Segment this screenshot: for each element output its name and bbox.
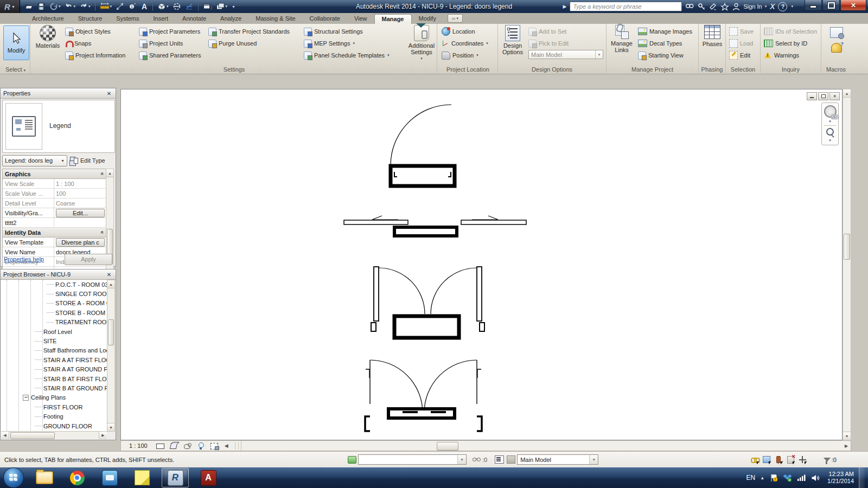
show-hidden-icons-button[interactable]: ▲ xyxy=(760,476,764,480)
taskbar-media-app-button[interactable] xyxy=(97,468,123,487)
minimize-button[interactable] xyxy=(805,0,822,11)
detail-level-icon[interactable] xyxy=(156,442,165,450)
editing-requests-icon[interactable] xyxy=(471,455,482,465)
exchange-apps-icon[interactable]: X xyxy=(770,2,775,11)
canvas-horizontal-scrollbar[interactable]: ▶ xyxy=(241,441,851,451)
browser-item-footing[interactable]: Footing xyxy=(1,412,107,421)
tab-manage[interactable]: Manage xyxy=(374,14,412,24)
taskbar-sticky-notes-button[interactable] xyxy=(129,468,155,487)
property-button-visibility-gra[interactable]: Edit... xyxy=(56,209,105,217)
select-pinned-icon[interactable] xyxy=(773,455,784,465)
decal-types-button[interactable]: Decal Types xyxy=(638,38,682,49)
property-button-view-template[interactable]: Diverse plan c xyxy=(56,238,105,247)
close-hidden-windows-button[interactable]: ✕ xyxy=(201,1,214,12)
door-symbol-double-sliding[interactable] xyxy=(344,216,526,236)
splitter-grip[interactable] xyxy=(235,442,239,450)
default-3d-view-button[interactable]: ▾ xyxy=(156,1,170,12)
select-by-id-button[interactable]: Select by ID xyxy=(764,38,807,49)
panel-schedule-templates-button[interactable]: Panel Schedule Templates▾ xyxy=(304,50,390,61)
scrollbar-thumb[interactable] xyxy=(844,234,850,260)
tab-analyze[interactable]: Analyze xyxy=(213,14,248,24)
select-underlay-icon[interactable] xyxy=(761,455,772,465)
view-scale-button[interactable]: 1 : 100 xyxy=(125,441,151,450)
position-button[interactable]: Position▾ xyxy=(442,50,478,61)
browser-item-staff-bathrooms-and-lock[interactable]: Staff Bathrooms and Lock xyxy=(1,346,107,355)
search-input[interactable] xyxy=(570,2,682,11)
browser-horizontal-scrollbar[interactable]: ◀ ▶ xyxy=(1,431,107,439)
scroll-up-icon[interactable]: ▲ xyxy=(107,280,114,288)
select-by-face-icon[interactable] xyxy=(785,455,796,465)
browser-item-treatment-room[interactable]: TREATMENT ROOM - xyxy=(1,318,107,327)
scroll-down-icon[interactable]: ▼ xyxy=(107,423,114,431)
property-value[interactable]: 1 : 100 xyxy=(54,181,106,187)
tab-annotate[interactable]: Annotate xyxy=(175,14,213,24)
shared-parameters-button[interactable]: Shared Parameters xyxy=(139,50,201,61)
communication-center-icon[interactable] xyxy=(709,3,717,11)
active-only-icon[interactable] xyxy=(506,455,516,465)
maximize-button[interactable] xyxy=(822,0,840,11)
apply-button[interactable]: Apply xyxy=(65,254,112,265)
browser-item-store-a-room-02[interactable]: STORE A - ROOM 02 xyxy=(1,299,107,308)
properties-header[interactable]: Properties ✕ xyxy=(1,88,116,99)
tab-architecture[interactable]: Architecture xyxy=(25,14,71,24)
project-information-button[interactable]: Project Information xyxy=(65,50,125,61)
tab-systems[interactable]: Systems xyxy=(109,14,146,24)
modify-button[interactable]: Modify xyxy=(3,25,29,60)
tab-collaborate[interactable]: Collaborate xyxy=(303,14,347,24)
select-links-icon[interactable] xyxy=(749,455,760,465)
taskbar-clock[interactable]: 12:23 AM 1/21/2014 xyxy=(827,471,854,485)
tab-massing-site[interactable]: Massing & Site xyxy=(248,14,302,24)
close-button[interactable]: ✕ xyxy=(840,0,866,11)
macro-manager-button[interactable] xyxy=(830,27,843,38)
panel-label-select[interactable]: Select ▾ xyxy=(1,66,30,73)
subscription-key-icon[interactable] xyxy=(698,3,706,11)
ribbon-display-toggle[interactable]: ▭▾ xyxy=(448,14,463,23)
zoom-tool-icon[interactable] xyxy=(826,127,835,137)
scroll-up-icon[interactable]: ▲ xyxy=(106,169,113,177)
browser-vertical-scrollbar[interactable]: ▲ ▼ xyxy=(107,280,115,432)
scroll-left-icon[interactable]: ◀ xyxy=(1,432,9,439)
open-button[interactable] xyxy=(23,1,35,12)
chevron-down-icon[interactable]: ▾ xyxy=(829,119,831,124)
project-units-button[interactable]: Project Units xyxy=(139,38,183,49)
close-icon[interactable]: ✕ xyxy=(105,89,113,97)
collapse-section-icon[interactable]: « xyxy=(100,172,106,176)
taskbar-explorer-button[interactable] xyxy=(31,468,58,487)
additional-settings-button[interactable]: Additional Settings ▾ xyxy=(407,25,436,62)
door-symbol-double-swing-frame[interactable] xyxy=(365,360,482,431)
start-button[interactable] xyxy=(3,467,24,488)
type-preview-tile[interactable] xyxy=(5,103,42,150)
taskbar-adobe-button[interactable]: A xyxy=(195,468,221,487)
taskbar-chrome-button[interactable] xyxy=(64,468,90,487)
scroll-up-icon[interactable]: ▲ xyxy=(843,89,851,98)
door-symbol-double-swing[interactable] xyxy=(371,267,484,338)
chevron-down-icon[interactable]: ▾ xyxy=(791,4,793,9)
language-indicator[interactable]: EN xyxy=(746,474,755,481)
materials-button[interactable]: Materials xyxy=(34,25,62,49)
browser-item-ground-floor[interactable]: GROUND FLOOR xyxy=(1,421,107,431)
warnings-button[interactable]: Warnings xyxy=(764,50,799,61)
application-menu-button[interactable]: R▼ xyxy=(0,0,20,13)
drawing-area[interactable]: ✕ ▾ ▾ xyxy=(120,89,843,440)
search-icon[interactable] xyxy=(685,3,694,11)
edit-type-button[interactable]: Edit Type xyxy=(70,157,105,164)
browser-item-stair-a-at-ground-flo[interactable]: STAIR A AT GROUND FLO xyxy=(1,365,107,374)
scroll-down-icon[interactable]: ▼ xyxy=(843,432,851,440)
macro-security-button[interactable] xyxy=(831,42,842,53)
network-signal-icon[interactable] xyxy=(797,474,806,481)
aligned-dimension-button[interactable] xyxy=(114,1,126,12)
view-close-button[interactable]: ✕ xyxy=(829,92,840,100)
tab-structure[interactable]: Structure xyxy=(71,14,110,24)
tab-view[interactable]: View xyxy=(347,14,374,24)
object-styles-button[interactable]: Object Styles xyxy=(65,26,111,37)
section-header-identity-data[interactable]: Identity Data« xyxy=(3,228,106,237)
design-options-status-icon[interactable] xyxy=(494,455,505,465)
help-icon[interactable]: ? xyxy=(778,2,787,11)
chevron-down-icon[interactable]: ▾ xyxy=(829,138,831,143)
phases-button[interactable]: Phases xyxy=(701,25,724,47)
view-restore-button[interactable] xyxy=(818,92,828,100)
switch-windows-button[interactable]: ▾ xyxy=(214,1,229,12)
action-center-flag-icon[interactable]: ! xyxy=(769,473,778,482)
browser-item-p-o-c-t-room-030a[interactable]: P.O.C.T - ROOM 030A xyxy=(1,280,107,289)
view-minimize-button[interactable] xyxy=(807,92,817,100)
